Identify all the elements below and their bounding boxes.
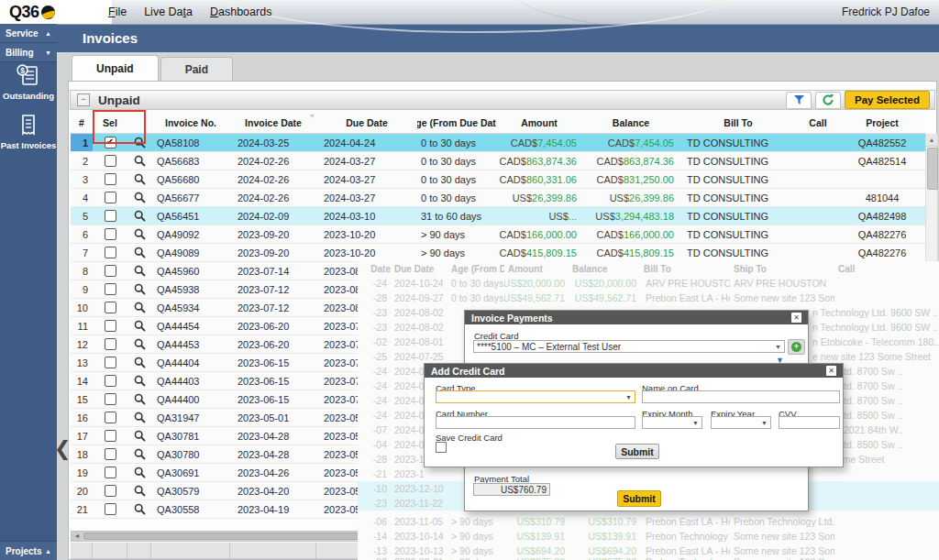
invoice-row[interactable]: 4QA566772024-02-262024-03-270 to 30 days…	[71, 189, 925, 207]
refresh-button[interactable]	[815, 92, 841, 109]
dialog-title-bar[interactable]: Invoice Payments ✕	[465, 311, 808, 324]
row-checkbox[interactable]	[105, 228, 116, 240]
search-icon[interactable]	[134, 283, 146, 295]
invoice-row[interactable]: 1✔QA581082024-03-252024-04-240 to 30 day…	[71, 134, 925, 152]
row-checkbox[interactable]	[105, 375, 116, 387]
scroll-up-icon[interactable]: ▲	[926, 134, 937, 147]
search-icon[interactable]	[134, 467, 146, 478]
row-checkbox[interactable]	[105, 338, 116, 350]
search-icon[interactable]	[134, 173, 146, 185]
sidebar-section-billing[interactable]: Billing ▼	[0, 43, 57, 62]
search-icon[interactable]	[134, 302, 146, 313]
pay-selected-button[interactable]: Pay Selected	[845, 91, 930, 109]
menu-live-data[interactable]: Live Data	[144, 5, 193, 18]
search-icon[interactable]	[134, 192, 146, 203]
search-icon[interactable]	[134, 430, 146, 442]
sidebar-item-past-invoices[interactable]: Past Invoices	[0, 112, 57, 150]
overlay-cell: -25	[358, 349, 391, 364]
invoice-row[interactable]: 2QA566832024-02-262024-03-270 to 30 days…	[71, 152, 925, 170]
search-icon[interactable]	[134, 155, 146, 167]
search-icon[interactable]	[134, 448, 146, 460]
column-header-blank[interactable]: #	[71, 112, 93, 133]
column-header-invoice-date[interactable]: Invoice Date▼	[230, 112, 316, 133]
tab-paid[interactable]: Paid	[160, 57, 233, 81]
card-type-select[interactable]: ▼	[436, 390, 635, 403]
row-checkbox[interactable]	[105, 448, 116, 460]
cvv-field[interactable]	[779, 416, 840, 429]
scroll-left-icon[interactable]: ◄	[72, 532, 83, 541]
search-icon[interactable]	[134, 320, 146, 332]
invoice-row[interactable]: 3QA566802024-02-262024-03-270 to 30 days…	[71, 170, 925, 189]
save-credit-card-checkbox[interactable]	[436, 442, 447, 453]
filter-button[interactable]	[786, 92, 812, 109]
search-icon[interactable]	[134, 265, 146, 277]
search-icon[interactable]	[134, 503, 146, 515]
expiry-year-select[interactable]: ▼	[711, 416, 771, 429]
column-header-amount[interactable]: Amount	[496, 112, 582, 133]
row-checkbox[interactable]	[105, 357, 116, 368]
search-icon[interactable]	[134, 375, 146, 387]
row-checkbox[interactable]	[105, 247, 116, 258]
column-header-call[interactable]: Call	[797, 112, 839, 133]
search-icon[interactable]	[134, 393, 146, 405]
credit-card-select[interactable]: ****5100 – MC – External Test User ▼	[473, 340, 785, 353]
search-icon[interactable]	[134, 412, 146, 423]
search-cell	[127, 354, 151, 371]
row-checkbox[interactable]	[105, 283, 116, 295]
column-header-project[interactable]: Project	[839, 112, 925, 133]
expiry-month-select[interactable]: ▼	[642, 416, 702, 429]
row-checkbox[interactable]	[105, 155, 116, 167]
search-icon[interactable]	[134, 210, 146, 222]
row-checkbox[interactable]	[105, 265, 116, 277]
sidebar-item-outstanding[interactable]: $ Outstanding	[0, 62, 57, 101]
search-icon[interactable]	[134, 485, 146, 497]
name-on-card-field[interactable]	[642, 390, 840, 403]
close-icon[interactable]: ✕	[791, 313, 801, 323]
cell-invoice-no: QA31947	[151, 409, 230, 426]
column-header-age-from-due-date[interactable]: Age (From Due Date)	[417, 112, 496, 133]
overlay-row: -142023-10-14> 90 daysUS$139.91US$139.91…	[358, 529, 939, 544]
overlay-cell: 2023-11-05	[391, 514, 447, 529]
sidebar-section-service[interactable]: Service ▲	[0, 24, 57, 43]
cell-due-date: 2023-10-20	[316, 244, 417, 261]
search-icon[interactable]	[134, 338, 146, 350]
add-credit-card-button[interactable]: +	[788, 339, 805, 355]
tab-unpaid[interactable]: Unpaid	[72, 55, 159, 81]
row-checkbox[interactable]	[105, 320, 116, 332]
invoice-row[interactable]: 5QA564512024-02-092024-03-1031 to 60 day…	[71, 207, 925, 225]
submit-payment-button[interactable]: Submit	[617, 490, 661, 507]
row-checkbox[interactable]	[105, 393, 116, 405]
column-header-invoice-no[interactable]: Invoice No.	[151, 112, 230, 133]
column-header-due-date[interactable]: Due Date	[316, 112, 417, 133]
sidebar-item-label: Outstanding	[0, 91, 57, 101]
column-header-balance[interactable]: Balance	[582, 112, 679, 133]
collapse-sidebar-icon[interactable]: ❮	[54, 437, 71, 461]
row-checkbox[interactable]	[105, 430, 116, 442]
row-checkbox[interactable]	[105, 173, 116, 185]
row-checkbox[interactable]	[105, 467, 116, 478]
vertical-scroll-thumb[interactable]	[927, 148, 938, 190]
card-number-field[interactable]	[436, 416, 635, 429]
overlay-cell: Some new site 123 Some Street	[730, 291, 834, 305]
invoice-row[interactable]: 7QA490892023-09-202023-10-20> 90 daysCAD…	[71, 244, 925, 262]
menu-dashboards[interactable]: Dashboards	[210, 5, 271, 18]
row-checkbox[interactable]	[105, 503, 116, 515]
close-icon[interactable]: ✕	[826, 366, 836, 376]
sort-icon[interactable]: ▼	[309, 113, 315, 119]
row-checkbox[interactable]	[105, 485, 116, 497]
row-checkbox[interactable]	[105, 192, 116, 203]
row-checkbox[interactable]	[105, 210, 116, 222]
dialog-title-bar[interactable]: Add Credit Card ✕	[425, 364, 843, 378]
submit-card-button[interactable]: Submit	[615, 444, 659, 459]
menu-file[interactable]: File	[108, 5, 127, 18]
search-icon[interactable]	[134, 228, 146, 240]
collapse-group-icon[interactable]: −	[77, 93, 90, 106]
row-checkbox[interactable]	[105, 412, 116, 423]
cell-call	[797, 134, 839, 151]
search-icon[interactable]	[134, 247, 146, 258]
invoice-row[interactable]: 6QA490922023-09-202023-10-20> 90 daysCAD…	[71, 225, 925, 244]
sidebar-section-projects[interactable]: Projects ▲	[0, 541, 57, 560]
column-header-bill-to[interactable]: Bill To	[679, 112, 797, 133]
row-checkbox[interactable]	[105, 302, 116, 313]
search-icon[interactable]	[134, 357, 146, 368]
